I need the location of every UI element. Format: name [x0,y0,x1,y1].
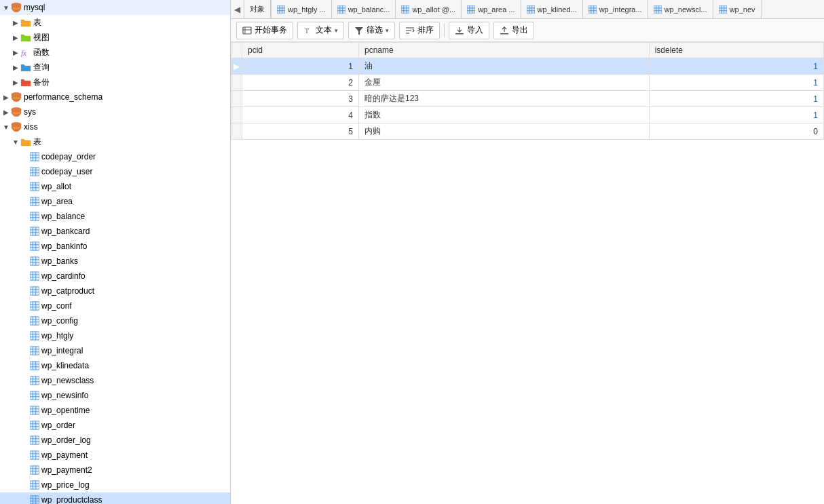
cell-isdelete-4[interactable]: 0 [649,123,823,140]
tab-tab-balance[interactable]: wp_balanc... [332,0,396,19]
cell-isdelete-0[interactable]: 1 [649,58,823,75]
tab-tab-area[interactable]: wp_area ... [462,0,521,19]
tab-tab-klinedata[interactable]: wp_klined... [521,0,583,19]
table-row[interactable]: ▶1油1 [231,58,824,75]
sidebar-item-sys[interactable]: ▶ sys [0,104,230,119]
sidebar-item-wp_config[interactable]: wp_config [0,313,230,328]
table-row[interactable]: 3暗的萨达是1231 [231,91,824,107]
start-transaction-button[interactable]: 开始事务 [236,22,293,39]
sidebar-item-mysql-backup[interactable]: ▶ 备份 [0,75,230,90]
sidebar-item-mysql[interactable]: ▼ mysql [0,0,230,15]
cell-pcid-1[interactable]: 2 [242,75,359,91]
cell-isdelete-2[interactable]: 1 [649,91,823,107]
cell-pcid-4[interactable]: 5 [242,123,359,140]
sidebar-item-wp_area[interactable]: wp_area [0,194,230,209]
row-indicator-header [231,43,242,58]
col-header-isdelete[interactable]: isdelete [649,43,823,58]
sidebar-item-label: wp_payment2 [41,465,92,475]
tab-tab-htgly[interactable]: wp_htgly ... [271,0,332,19]
import-button[interactable]: 导入 [449,22,489,39]
cell-pcid-2[interactable]: 3 [242,91,359,107]
tab-label: wp_allot @... [412,5,455,14]
cell-isdelete-1[interactable]: 1 [649,75,823,91]
sidebar-item-wp_order[interactable]: wp_order [0,418,230,433]
tab-grid-icon [588,5,597,14]
sidebar-item-xiss-tables[interactable]: ▼ 表 [0,134,230,149]
sidebar-item-wp_bankinfo[interactable]: wp_bankinfo [0,239,230,254]
cell-pcname-1[interactable]: 金厘 [358,75,649,91]
cell-pcid-3[interactable]: 4 [242,107,359,123]
tab-tab-integral[interactable]: wp_integra... [583,0,648,19]
cell-pcname-0[interactable]: 油 [358,58,649,75]
cell-pcid-0[interactable]: 1 [242,58,359,75]
tab-tab-newsclass[interactable]: wp_newscl... [648,0,713,19]
col-header-pcname[interactable]: pcname [358,43,649,58]
sidebar-item-wp_balance[interactable]: wp_balance [0,209,230,224]
main-panel: ◀ 对象 wp_htgly ... wp_balanc... wp_allot … [231,0,824,504]
sidebar-item-mysql-functions[interactable]: ▶ fx 函数 [0,45,230,60]
sidebar-item-label: wp_order_log [41,435,91,445]
col-header-pcid[interactable]: pcid [242,43,359,58]
sidebar-item-wp_cardinfo[interactable]: wp_cardinfo [0,269,230,284]
sort-button[interactable]: 排序 [399,22,440,39]
sidebar-item-wp_integral[interactable]: wp_integral [0,343,230,358]
sidebar-item-wp_klinedata[interactable]: wp_klinedata [0,358,230,373]
cell-isdelete-3[interactable]: 1 [649,107,823,123]
svg-rect-201 [588,5,597,14]
sidebar-item-wp_catproduct[interactable]: wp_catproduct [0,284,230,298]
tab-scroll-left[interactable]: ◀ [231,0,244,19]
svg-rect-21 [30,182,39,191]
cell-pcname-4[interactable]: 内购 [358,123,649,140]
sidebar-item-xiss[interactable]: ▼ xiss [0,119,230,134]
svg-rect-230 [500,33,508,35]
expand-icon: ▶ [1,94,11,101]
svg-rect-105 [30,391,39,400]
export-button[interactable]: 导出 [493,22,534,39]
svg-rect-207 [654,5,662,14]
sidebar-item-codepay_user[interactable]: codepay_user [0,164,230,179]
tab-tab-new[interactable]: wp_nev [713,0,762,19]
filter-button[interactable]: 筛选 ▾ [348,22,395,39]
sidebar-item-wp_banks[interactable]: wp_banks [0,254,230,269]
sidebar-item-wp_payment[interactable]: wp_payment [0,448,230,463]
sidebar-item-mysql-views[interactable]: ▶ 视图 [0,30,230,45]
sidebar-item-mysql-queries[interactable]: ▶ 查询 [0,60,230,75]
sidebar-item-wp_payment2[interactable]: wp_payment2 [0,463,230,478]
table-row[interactable]: 4指数1 [231,107,824,123]
cell-pcname-3[interactable]: 指数 [358,107,649,123]
sidebar-item-label: wp_area [41,197,73,206]
sidebar-item-label: wp_catproduct [41,286,94,296]
sidebar-item-wp_opentime[interactable]: wp_opentime [0,403,230,418]
table-row[interactable]: 5内购0 [231,123,824,140]
tab-tab-allot[interactable]: wp_allot @... [396,0,462,19]
sidebar-item-label: wp_order [41,421,75,430]
svg-rect-27 [30,197,39,206]
svg-rect-99 [30,376,39,385]
svg-text:T: T [305,27,309,35]
sidebar-item-wp_conf[interactable]: wp_conf [0,298,230,313]
sidebar-item-label: wp_cardinfo [41,271,86,281]
table-header: pcidpcnameisdelete [231,43,824,58]
sidebar-item-wp_productclass[interactable]: wp_productclass [0,492,230,504]
expand-icon: ▼ [11,138,20,146]
sidebar-item-wp_order_log[interactable]: wp_order_log [0,433,230,448]
table-row[interactable]: 2金厘1 [231,75,824,91]
cell-pcname-2[interactable]: 暗的萨达是123 [358,91,649,107]
svg-text:fx: fx [21,49,26,57]
sidebar-item-wp_newsinfo[interactable]: wp_newsinfo [0,388,230,403]
sidebar-item-label: wp_newsinfo [41,391,88,400]
sidebar-item-mysql-tables[interactable]: ▶ 表 [0,15,230,30]
data-table: pcidpcnameisdelete ▶1油12金厘13暗的萨达是12314指数… [231,42,824,140]
tab-label: wp_newscl... [664,5,707,14]
sidebar-item-wp_allot[interactable]: wp_allot [0,179,230,194]
sidebar-item-codepay_order[interactable]: codepay_order [0,149,230,164]
text-button[interactable]: T 文本 ▾ [297,22,344,39]
expand-icon: ▼ [1,123,11,131]
sidebar-item-wp_newsclass[interactable]: wp_newsclass [0,373,230,388]
sidebar-item-wp_htgly[interactable]: wp_htgly [0,328,230,343]
sidebar-item-performance_schema[interactable]: ▶ performance_schema [0,90,230,104]
tab-object[interactable]: 对象 [244,0,271,19]
sidebar-item-wp_bankcard[interactable]: wp_bankcard [0,224,230,239]
text-dropdown-arrow: ▾ [335,27,338,34]
sidebar-item-wp_price_log[interactable]: wp_price_log [0,478,230,492]
